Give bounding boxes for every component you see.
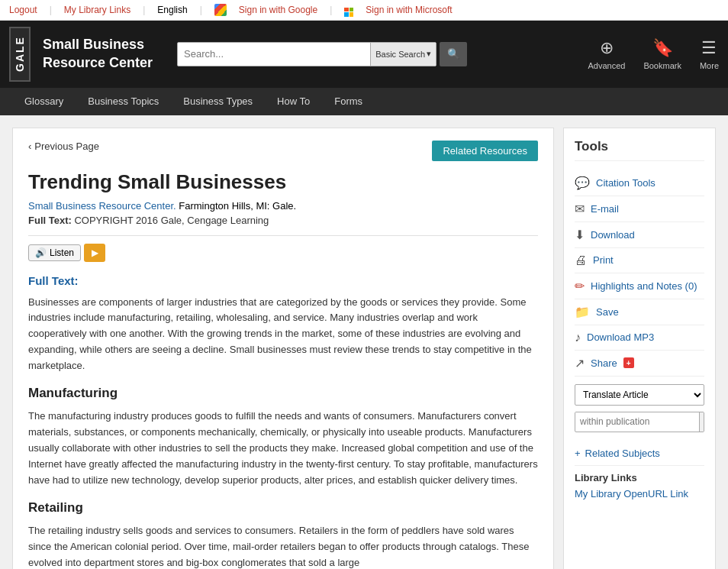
more-tool[interactable]: ☰ More	[700, 38, 719, 70]
listen-bar: 🔊 Listen ▶	[28, 244, 538, 262]
gale-logo: GALE	[9, 27, 31, 82]
related-subjects-item[interactable]: + Related Subjects	[575, 441, 704, 466]
audio-icon: 🔊	[35, 247, 47, 258]
bookmark-icon: 🔖	[652, 38, 673, 58]
separator	[28, 235, 538, 236]
article-copyright: Full Text: COPYRIGHT 2016 Gale, Cengage …	[28, 215, 538, 226]
search-area: Basic Search ▾ 🔍	[177, 42, 467, 66]
article-area: Related Resources ‹ Previous Page Trendi…	[12, 128, 554, 570]
sign-in-google[interactable]: Sign in with Google	[239, 5, 317, 15]
tools-title: Tools	[575, 139, 704, 161]
play-button[interactable]: ▶	[84, 244, 105, 262]
microsoft-icon	[344, 3, 353, 17]
search-input[interactable]	[178, 45, 370, 63]
article-title: Trending Small Businesses	[28, 170, 538, 194]
print-icon: 🖨	[575, 254, 587, 267]
download-mp3-item[interactable]: ♪ Download MP3	[575, 325, 704, 351]
play-icon: ▶	[92, 247, 98, 258]
my-library-links[interactable]: My Library Links	[64, 5, 130, 15]
music-icon: ♪	[575, 331, 581, 344]
nav-item-how-to[interactable]: How To	[265, 89, 322, 113]
plus-icon: +	[575, 448, 581, 459]
highlight-icon: ✏	[575, 279, 585, 293]
search-go-button[interactable]: 🔍	[440, 42, 467, 66]
related-resources-button[interactable]: Related Resources	[432, 141, 538, 161]
citation-tools-item[interactable]: 💬 Citation Tools	[575, 170, 704, 196]
source-link[interactable]: Small Business Resource Center.	[28, 200, 176, 212]
chevron-left-icon: ‹	[28, 141, 31, 152]
nav-item-forms[interactable]: Forms	[322, 89, 375, 113]
within-pub-search-button[interactable]: 🔍	[699, 412, 704, 432]
google-color-icon	[214, 4, 227, 16]
more-icon: ☰	[701, 38, 717, 58]
search-input-wrap: Basic Search ▾	[177, 42, 436, 66]
tools-sidebar: Tools 💬 Citation Tools ✉ E-mail ⬇ Downlo…	[563, 128, 716, 570]
email-item[interactable]: ✉ E-mail	[575, 196, 704, 222]
header-tools: ⊕ Advanced 🔖 Bookmark ☰ More	[588, 38, 719, 70]
header: GALE Small Business Resource Center Basi…	[0, 21, 728, 88]
article-body-section2: The retailing industry sells goods and s…	[28, 523, 538, 569]
save-item[interactable]: 📁 Save	[575, 299, 704, 325]
section2-heading: Retailing	[28, 500, 538, 516]
nav-item-business-types[interactable]: Business Types	[171, 89, 265, 113]
advanced-tool[interactable]: ⊕ Advanced	[588, 38, 625, 70]
within-pub-input[interactable]	[575, 412, 699, 431]
within-pub-wrap: 🔍	[575, 412, 704, 432]
logout-link[interactable]: Logout	[9, 5, 37, 15]
library-link[interactable]: My Library OpenURL Link	[575, 488, 688, 499]
article-source: Small Business Resource Center. Farmingt…	[28, 200, 538, 212]
main-layout: Related Resources ‹ Previous Page Trendi…	[0, 115, 728, 570]
save-icon: 📁	[575, 305, 590, 319]
nav-bar: Glossary Business Topics Business Types …	[0, 88, 728, 115]
share-icon: ↗	[575, 356, 585, 370]
highlights-notes-item[interactable]: ✏ Highlights and Notes (0)	[575, 273, 704, 299]
article-body-section1: The manufacturing industry produces good…	[28, 409, 538, 488]
email-icon: ✉	[575, 202, 585, 216]
translate-select[interactable]: Translate Article	[575, 384, 704, 406]
share-plus-icon: +	[623, 357, 634, 368]
advanced-icon: ⊕	[600, 38, 614, 58]
sign-in-microsoft[interactable]: Sign in with Microsoft	[366, 5, 452, 15]
chevron-down-icon: ▾	[427, 49, 431, 59]
library-links-title: Library Links	[575, 472, 704, 483]
bookmark-tool[interactable]: 🔖 Bookmark	[643, 38, 681, 70]
download-icon: ⬇	[575, 228, 585, 242]
site-title: Small Business Resource Center	[43, 36, 165, 72]
search-type-button[interactable]: Basic Search ▾	[370, 43, 436, 66]
download-item[interactable]: ⬇ Download	[575, 222, 704, 248]
article-body-para1: Businesses are components of larger indu…	[28, 295, 538, 374]
full-text-label: Full Text:	[28, 215, 72, 226]
full-text-heading: Full Text:	[28, 274, 538, 287]
share-item[interactable]: ↗ Share +	[575, 351, 704, 377]
citation-icon: 💬	[575, 176, 590, 190]
top-bar: Logout | My Library Links | English | Si…	[0, 0, 728, 21]
translate-wrap: Translate Article	[575, 384, 704, 406]
prev-page-button[interactable]: ‹ Previous Page	[28, 141, 432, 152]
nav-item-glossary[interactable]: Glossary	[12, 89, 76, 113]
nav-item-business-topics[interactable]: Business Topics	[76, 89, 171, 113]
language-selector[interactable]: English	[157, 5, 187, 15]
print-item[interactable]: 🖨 Print	[575, 248, 704, 273]
search-icon: 🔍	[447, 48, 460, 60]
section1-heading: Manufacturing	[28, 386, 538, 401]
listen-button[interactable]: 🔊 Listen	[28, 244, 81, 261]
